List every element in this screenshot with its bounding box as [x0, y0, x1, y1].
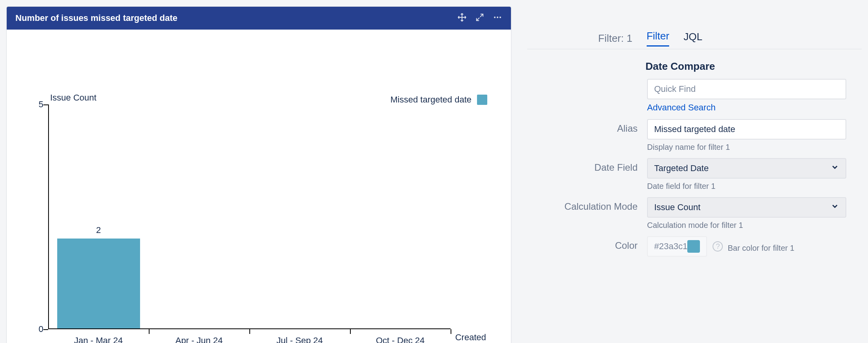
svg-point-0 — [494, 17, 496, 18]
datefield-value: Targeted Date — [654, 163, 709, 173]
quickfind-row: Advanced Search — [527, 79, 862, 113]
filter-count-label: Filter: 1 — [598, 32, 632, 45]
x-tick — [249, 329, 250, 334]
chart-panel: Number of issues missed targeted date Is… — [6, 6, 511, 343]
datefield-select[interactable]: Targeted Date — [647, 158, 846, 179]
quickfind-input[interactable] — [647, 79, 846, 99]
x-tick — [350, 329, 351, 334]
alias-label: Alias — [527, 119, 638, 134]
chevron-down-icon — [831, 202, 839, 213]
calcmode-row: Calculation Mode Issue Count Calculation… — [527, 197, 862, 230]
panel-header-actions — [457, 13, 502, 24]
color-swatch-icon — [687, 240, 700, 253]
x-axis-title: Created — [455, 332, 486, 343]
expand-icon[interactable] — [475, 13, 484, 23]
datefield-label: Date Field — [527, 158, 638, 173]
plot-area: Created 05Jan - Mar 242Apr - Jun 24Jul -… — [48, 104, 451, 329]
y-axis-title: Issue Count — [50, 93, 96, 103]
advanced-search-link[interactable]: Advanced Search — [647, 103, 716, 113]
help-icon[interactable]: ? — [713, 241, 723, 252]
color-row: Color #23a3c1 ? Bar color for filter 1 — [527, 236, 862, 257]
chart-legend: Missed targeted date — [391, 95, 487, 105]
x-tick — [149, 329, 150, 334]
tab-jql[interactable]: JQL — [683, 31, 702, 46]
datefield-row: Date Field Targeted Date Date field for … — [527, 158, 862, 191]
legend-label: Missed targeted date — [391, 95, 471, 105]
color-input[interactable]: #23a3c1 — [647, 236, 707, 257]
calcmode-select[interactable]: Issue Count — [647, 197, 846, 218]
x-tick-label: Apr - Jun 24 — [176, 336, 223, 343]
alias-hint: Display name for filter 1 — [647, 143, 846, 152]
calcmode-label: Calculation Mode — [527, 197, 638, 212]
tab-filter[interactable]: Filter — [647, 30, 670, 47]
move-icon[interactable] — [457, 13, 467, 24]
chevron-down-icon — [831, 163, 839, 174]
x-tick-label: Jan - Mar 24 — [74, 336, 123, 343]
panel-title: Number of issues missed targeted date — [15, 13, 178, 23]
section-title: Date Compare — [645, 60, 862, 73]
legend-swatch-icon — [477, 95, 487, 105]
color-hint: Bar color for filter 1 — [728, 244, 794, 253]
color-value: #23a3c1 — [654, 241, 687, 252]
calcmode-hint: Calculation mode for filter 1 — [647, 221, 846, 230]
config-panel: Filter: 1 Filter JQL Date Compare Advanc… — [527, 6, 862, 337]
alias-input[interactable] — [647, 119, 846, 140]
color-label: Color — [527, 236, 638, 251]
y-axis-line — [48, 104, 49, 329]
more-icon[interactable] — [493, 13, 502, 24]
y-tick-label: 5 — [32, 99, 43, 110]
y-tick — [43, 329, 48, 330]
calcmode-value: Issue Count — [654, 202, 700, 213]
tabs-row: Filter: 1 Filter JQL — [527, 30, 862, 49]
y-tick — [43, 104, 48, 105]
x-tick-label: Oct - Dec 24 — [376, 336, 425, 343]
x-tick-label: Jul - Sep 24 — [277, 336, 323, 343]
chart-body: Issue Count Missed targeted date Created… — [7, 30, 511, 343]
x-tick — [451, 329, 451, 334]
alias-row: Alias Display name for filter 1 — [527, 119, 862, 152]
bar-value-label: 2 — [96, 225, 101, 235]
svg-point-1 — [497, 17, 498, 18]
datefield-hint: Date field for filter 1 — [647, 182, 846, 191]
svg-point-2 — [499, 17, 501, 18]
panel-header: Number of issues missed targeted date — [7, 7, 511, 30]
y-tick-label: 0 — [32, 324, 43, 334]
chart-bar[interactable]: 2 — [57, 239, 140, 328]
